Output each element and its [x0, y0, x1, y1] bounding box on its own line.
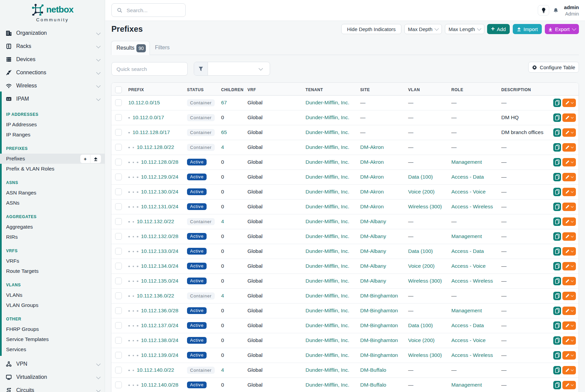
- svg-text:0: 0: [9, 97, 10, 100]
- svg-text:1: 1: [7, 97, 8, 100]
